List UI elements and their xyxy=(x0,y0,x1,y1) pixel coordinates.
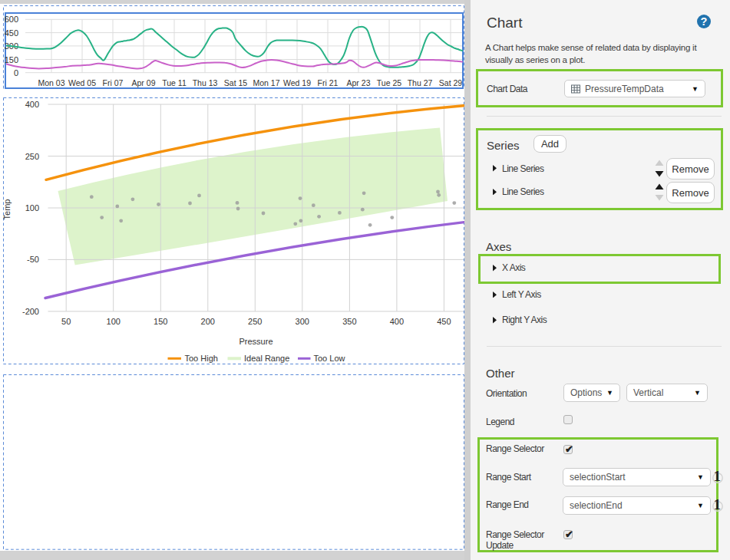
svg-text:150: 150 xyxy=(5,55,18,64)
svg-text:400: 400 xyxy=(390,317,404,326)
svg-text:1: 1 xyxy=(714,496,722,512)
svg-text:150: 150 xyxy=(154,317,167,326)
svg-text:450: 450 xyxy=(437,317,451,326)
svg-text:350: 350 xyxy=(342,317,356,326)
svg-text:200: 200 xyxy=(201,317,215,326)
svg-text:Apr 09: Apr 09 xyxy=(132,78,156,87)
svg-text:Temp: Temp xyxy=(2,199,12,220)
svg-text:Tue 25: Tue 25 xyxy=(377,78,401,87)
svg-text:50: 50 xyxy=(61,317,71,326)
svg-text:450: 450 xyxy=(5,28,18,38)
svg-text:100: 100 xyxy=(25,203,39,212)
svg-text:Fri 21: Fri 21 xyxy=(318,78,339,87)
svg-text:Pressure: Pressure xyxy=(239,337,273,346)
svg-text:0: 0 xyxy=(14,68,18,77)
svg-text:Mon 03: Mon 03 xyxy=(38,78,64,87)
svg-text:Wed 19: Wed 19 xyxy=(283,78,311,87)
svg-text:Too High: Too High xyxy=(185,354,218,363)
svg-text:Apr 23: Apr 23 xyxy=(347,78,371,87)
svg-text:Too Low: Too Low xyxy=(314,354,345,363)
svg-text:Thu 27: Thu 27 xyxy=(408,78,433,87)
svg-text:Mon 17: Mon 17 xyxy=(253,78,279,87)
svg-text:1: 1 xyxy=(714,468,722,484)
svg-text:Sat 29: Sat 29 xyxy=(439,78,463,87)
svg-text:100: 100 xyxy=(107,317,121,326)
svg-text:-50: -50 xyxy=(27,255,39,264)
svg-text:Sat 15: Sat 15 xyxy=(224,78,248,87)
svg-text:Fri 07: Fri 07 xyxy=(103,78,124,87)
svg-text:300: 300 xyxy=(296,317,309,326)
svg-text:Wed 05: Wed 05 xyxy=(68,78,96,87)
svg-text:250: 250 xyxy=(248,317,262,326)
svg-text:Tue 11: Tue 11 xyxy=(162,78,187,87)
svg-text:250: 250 xyxy=(25,152,39,161)
svg-text:-200: -200 xyxy=(22,307,39,316)
svg-text:400: 400 xyxy=(25,100,39,109)
svg-text:600: 600 xyxy=(5,15,18,24)
svg-text:Ideal Range: Ideal Range xyxy=(244,354,289,363)
svg-text:Thu 13: Thu 13 xyxy=(193,78,218,87)
